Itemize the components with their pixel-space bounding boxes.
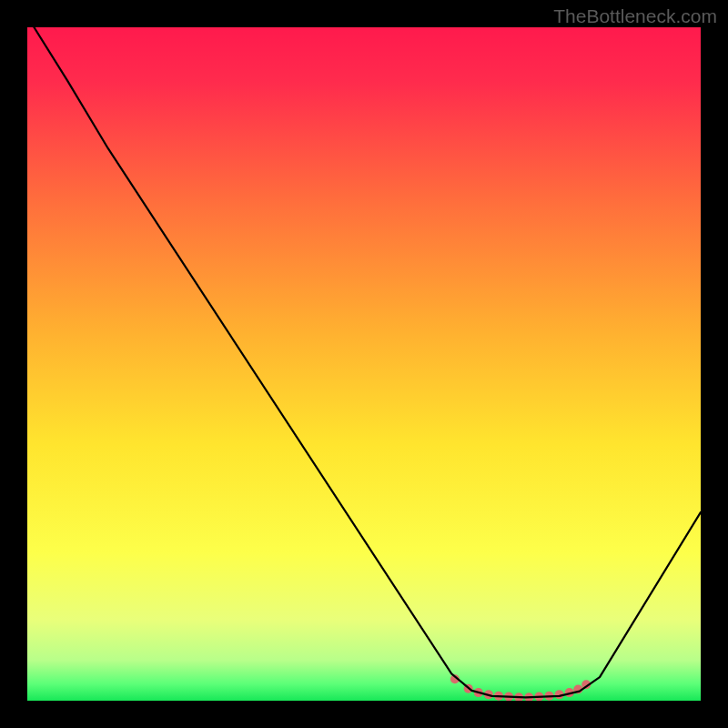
curve-layer [27,27,701,701]
bottleneck-curve [34,27,701,697]
watermark-text: TheBottleneck.com [553,5,717,27]
chart-plot-area [27,27,701,701]
